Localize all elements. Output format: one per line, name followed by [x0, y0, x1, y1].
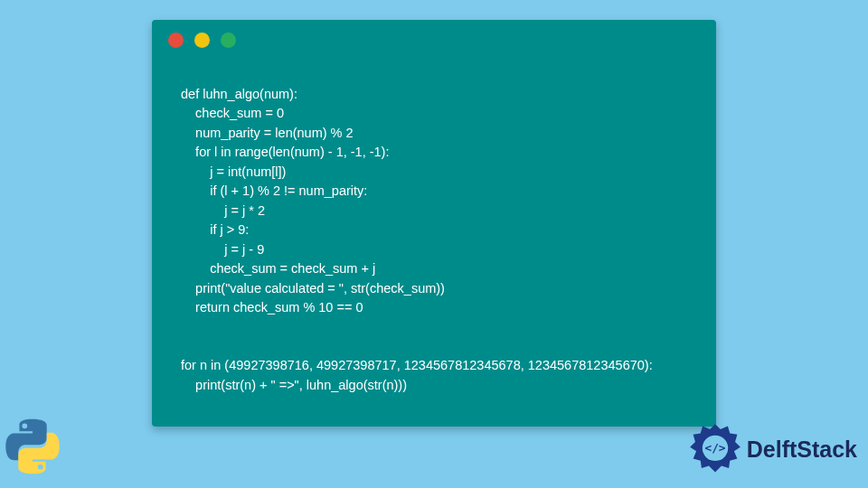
delftstack-logo: </> DelftStack	[689, 423, 857, 475]
delftstack-badge-icon: </>	[689, 423, 741, 475]
code-content: def luhn_algo(num): check_sum = 0 num_pa…	[152, 60, 716, 420]
window-titlebar	[152, 20, 716, 60]
minimize-icon	[194, 33, 210, 48]
delftstack-brand-text: DelftStack	[747, 436, 857, 463]
svg-text:</>: </>	[704, 441, 725, 455]
close-icon	[168, 33, 184, 48]
maximize-icon	[221, 33, 236, 48]
python-logo-icon	[4, 418, 61, 475]
code-window: def luhn_algo(num): check_sum = 0 num_pa…	[152, 20, 716, 427]
